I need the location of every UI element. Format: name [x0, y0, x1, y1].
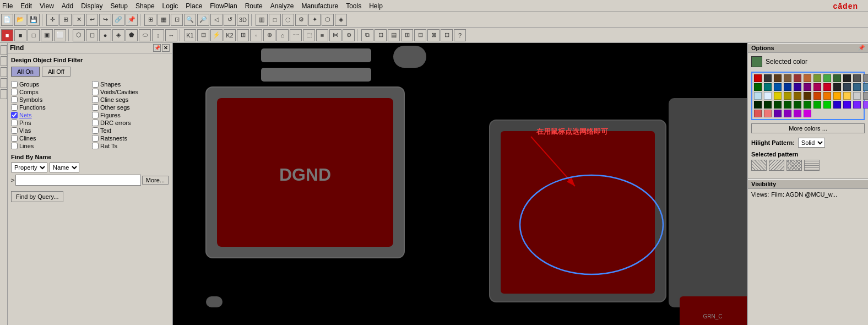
color-swatch-44[interactable]	[774, 101, 782, 109]
tb2-28[interactable]: ⊡	[375, 29, 387, 41]
tb2-18[interactable]: ⊞	[237, 29, 249, 41]
color-swatch-21[interactable]	[823, 83, 831, 91]
find-property-select[interactable]: Property	[11, 162, 47, 172]
tb-refresh[interactable]: ↺	[224, 14, 236, 26]
menu-edit[interactable]: Edit	[20, 2, 32, 10]
menu-add[interactable]: Add	[62, 2, 73, 10]
menu-display[interactable]: Display	[81, 2, 102, 10]
tb2-29[interactable]: ▤	[388, 29, 400, 41]
color-swatch-33[interactable]	[804, 92, 811, 100]
color-swatch-16[interactable]	[774, 83, 782, 91]
menu-tools[interactable]: Tools	[346, 2, 361, 10]
tb2-12[interactable]: ↕	[152, 29, 164, 41]
check-pins[interactable]: Pins	[11, 120, 88, 126]
left-btn-1[interactable]	[1, 45, 7, 55]
tb-extra1[interactable]: ⬡	[322, 14, 334, 26]
color-swatch-5[interactable]	[804, 74, 811, 82]
menu-view[interactable]: View	[40, 2, 54, 10]
tb2-9[interactable]: ◈	[112, 29, 124, 41]
tb2-26[interactable]: ⊕	[343, 29, 355, 41]
menu-logic[interactable]: Logic	[162, 2, 178, 10]
check-figures[interactable]: Figures	[92, 112, 169, 118]
color-swatch-52[interactable]	[853, 101, 861, 109]
tb2-2[interactable]: ■	[14, 29, 26, 41]
color-swatch-30[interactable]	[774, 92, 782, 100]
color-swatch-59[interactable]	[784, 110, 791, 117]
tb2-25[interactable]: ⋈	[329, 29, 341, 41]
check-lines[interactable]: Lines	[11, 143, 88, 149]
tb2-31[interactable]: ⊟	[414, 29, 426, 41]
color-swatch-57[interactable]	[764, 110, 772, 117]
color-swatch-42[interactable]	[754, 101, 762, 109]
menu-manufacture[interactable]: Manufacture	[301, 2, 338, 10]
check-rats[interactable]: Rat Ts	[92, 143, 169, 149]
tb2-4[interactable]: ▣	[41, 29, 53, 41]
tb-redo[interactable]: ↪	[99, 14, 111, 26]
tb2-21[interactable]: ⌂	[276, 29, 289, 41]
tb2-3[interactable]: □	[28, 29, 40, 41]
check-shapes[interactable]: Shapes	[92, 81, 169, 88]
menu-route[interactable]: Route	[245, 2, 263, 10]
color-swatch-45[interactable]	[784, 101, 791, 109]
check-functions[interactable]: Functions	[11, 104, 88, 111]
color-swatch-18[interactable]	[794, 83, 801, 91]
color-swatch-3[interactable]	[784, 74, 791, 82]
tb2-5[interactable]: ⬜	[54, 29, 66, 41]
tb2-17[interactable]: K2	[224, 29, 236, 41]
tb-move[interactable]: ✛	[46, 14, 58, 26]
tb-zoom-fit[interactable]: ⊡	[171, 14, 183, 26]
color-swatch-22[interactable]	[833, 83, 841, 91]
tb2-15[interactable]: ⊟	[197, 29, 209, 41]
check-voids[interactable]: Voids/Cavities	[92, 89, 169, 95]
color-swatch-15[interactable]	[764, 83, 772, 91]
color-swatch-19[interactable]	[804, 83, 811, 91]
color-swatch-47[interactable]	[804, 101, 811, 109]
color-swatch-1[interactable]	[764, 74, 772, 82]
tb-ratsnest[interactable]: 🔗	[112, 14, 124, 26]
menu-place[interactable]: Place	[186, 2, 202, 10]
menu-help[interactable]: Help	[369, 2, 383, 10]
tb2-33[interactable]: ⊡	[441, 29, 453, 41]
find-by-query-btn[interactable]: Find by Query...	[11, 191, 63, 202]
check-clinesegs[interactable]: Cline segs	[92, 96, 169, 103]
tb-save[interactable]: 💾	[28, 14, 40, 26]
color-swatch-39[interactable]	[863, 92, 868, 100]
all-on-btn[interactable]: All On	[11, 67, 40, 77]
menu-setup[interactable]: Setup	[111, 2, 128, 10]
hilight-select[interactable]: Solid	[798, 138, 825, 148]
color-swatch-25[interactable]	[863, 83, 868, 91]
color-swatch-7[interactable]	[823, 74, 831, 82]
find-close-btn[interactable]: ✕	[162, 44, 170, 52]
color-swatch-0[interactable]	[754, 74, 762, 82]
check-clines[interactable]: Clines	[11, 135, 88, 142]
menu-analyze[interactable]: Analyze	[270, 2, 294, 10]
tb2-10[interactable]: ⬟	[126, 29, 138, 41]
check-drc[interactable]: DRC errors	[92, 120, 169, 126]
color-swatch-6[interactable]	[813, 74, 821, 82]
tb-zoom-prev[interactable]: ◁	[210, 14, 223, 26]
color-swatch-23[interactable]	[843, 83, 851, 91]
color-swatch-43[interactable]	[764, 101, 772, 109]
color-swatch-28[interactable]	[754, 92, 762, 100]
tb2-23[interactable]: ⬚	[303, 29, 315, 41]
tb2-11[interactable]: ⬭	[139, 29, 151, 41]
color-swatch-9[interactable]	[843, 74, 851, 82]
color-swatch-58[interactable]	[774, 110, 782, 117]
color-swatch-56[interactable]	[754, 110, 762, 117]
find-name-select[interactable]: Name	[50, 162, 79, 172]
tb-zoom-in[interactable]: 🔍	[184, 14, 196, 26]
color-swatch-17[interactable]	[784, 83, 791, 91]
tb2-34[interactable]: ?	[454, 29, 466, 41]
options-pin-btn[interactable]: 📌	[858, 45, 865, 51]
color-swatch-2[interactable]	[774, 74, 782, 82]
canvas-area[interactable]: DGND DGND GRN_C VDD_P_4VA TCT_RCT 在用鼠	[173, 43, 747, 325]
tb2-22[interactable]: ⋯	[290, 29, 302, 41]
pattern-diagonal1[interactable]: ​	[751, 160, 767, 171]
check-ratsnests[interactable]: Ratsnests	[92, 135, 169, 142]
tb2-1[interactable]: ■	[1, 29, 13, 41]
color-swatch-14[interactable]	[754, 83, 762, 91]
tb2-19[interactable]: ◦	[250, 29, 262, 41]
color-swatch-50[interactable]	[833, 101, 841, 109]
color-swatch-32[interactable]	[794, 92, 801, 100]
tb-route2[interactable]: ⚙	[295, 14, 307, 26]
